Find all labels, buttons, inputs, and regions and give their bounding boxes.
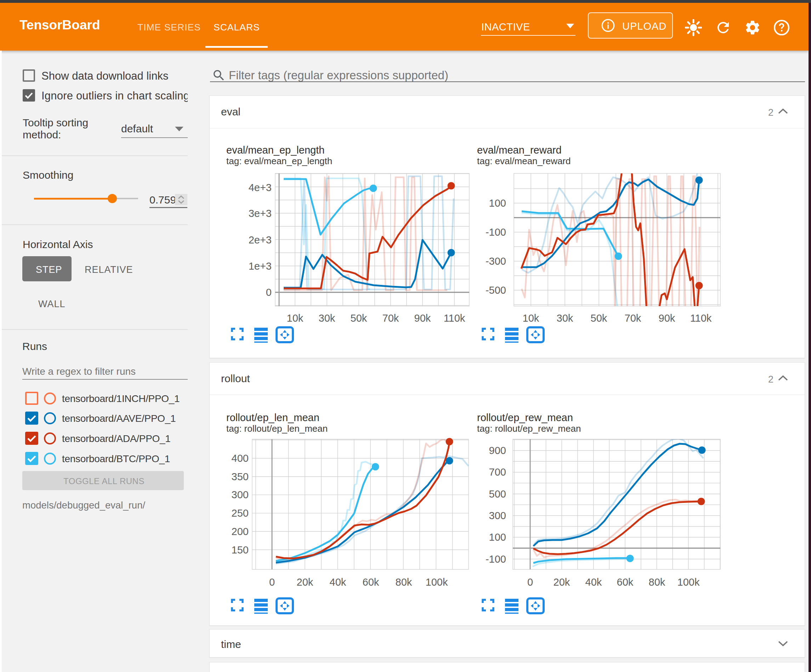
svg-text:3e+3: 3e+3 xyxy=(249,208,271,219)
svg-text:50k: 50k xyxy=(351,313,367,324)
svg-text:2e+3: 2e+3 xyxy=(249,234,271,245)
svg-text:eval/mean_reward: eval/mean_reward xyxy=(477,144,562,156)
svg-text:110k: 110k xyxy=(690,313,712,324)
svg-text:80k: 80k xyxy=(395,576,412,588)
svg-text:300: 300 xyxy=(489,510,506,521)
svg-text:50k: 50k xyxy=(591,313,607,324)
svg-text:0: 0 xyxy=(269,576,275,588)
svg-text:tag: rollout/ep_rew_mean: tag: rollout/ep_rew_mean xyxy=(477,423,581,434)
svg-text:80k: 80k xyxy=(649,576,665,588)
svg-text:20k: 20k xyxy=(553,576,570,588)
svg-text:150: 150 xyxy=(232,544,249,555)
svg-text:110k: 110k xyxy=(444,313,465,324)
svg-text:1e+3: 1e+3 xyxy=(249,261,271,272)
svg-text:200: 200 xyxy=(232,526,249,537)
svg-text:-300: -300 xyxy=(485,256,506,267)
svg-text:10k: 10k xyxy=(523,313,540,324)
svg-text:0: 0 xyxy=(266,287,271,298)
svg-text:30k: 30k xyxy=(557,313,573,324)
svg-text:eval/mean_ep_length: eval/mean_ep_length xyxy=(226,144,324,156)
svg-text:-100: -100 xyxy=(485,227,506,238)
svg-text:60k: 60k xyxy=(617,576,634,588)
svg-text:700: 700 xyxy=(489,466,506,478)
svg-text:70k: 70k xyxy=(382,313,399,324)
svg-text:tag: rollout/ep_len_mean: tag: rollout/ep_len_mean xyxy=(226,423,327,434)
svg-text:90k: 90k xyxy=(414,313,431,324)
svg-text:100: 100 xyxy=(489,532,506,543)
svg-text:500: 500 xyxy=(489,488,506,500)
svg-text:60k: 60k xyxy=(363,576,379,588)
svg-text:tag: eval/mean_ep_length: tag: eval/mean_ep_length xyxy=(226,156,332,166)
svg-text:rollout/ep_len_mean: rollout/ep_len_mean xyxy=(226,412,319,423)
svg-text:70k: 70k xyxy=(625,313,641,324)
svg-text:100: 100 xyxy=(489,198,506,209)
svg-text:-500: -500 xyxy=(485,284,506,296)
svg-text:30k: 30k xyxy=(319,313,335,324)
svg-text:20k: 20k xyxy=(297,576,314,588)
svg-text:100k: 100k xyxy=(677,576,700,588)
svg-text:-100: -100 xyxy=(485,554,506,565)
svg-text:350: 350 xyxy=(232,471,249,482)
svg-text:40k: 40k xyxy=(585,576,602,588)
svg-text:300: 300 xyxy=(232,489,249,500)
svg-text:100k: 100k xyxy=(426,576,448,588)
svg-text:90k: 90k xyxy=(659,313,675,324)
svg-text:rollout/ep_rew_mean: rollout/ep_rew_mean xyxy=(477,412,573,423)
svg-text:900: 900 xyxy=(489,445,506,456)
svg-text:tag: eval/mean_reward: tag: eval/mean_reward xyxy=(477,156,570,166)
svg-text:400: 400 xyxy=(232,453,249,464)
svg-text:40k: 40k xyxy=(330,576,346,588)
svg-text:10k: 10k xyxy=(287,313,304,324)
svg-text:0: 0 xyxy=(527,576,533,588)
svg-text:4e+3: 4e+3 xyxy=(249,182,271,193)
svg-text:250: 250 xyxy=(232,508,249,519)
